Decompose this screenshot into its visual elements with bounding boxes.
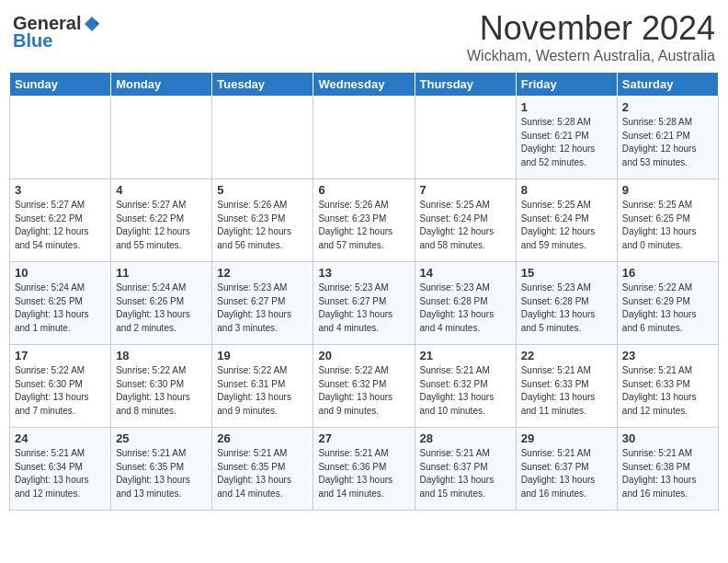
day-cell: 23Sunrise: 5:21 AM Sunset: 6:33 PM Dayli… [617, 345, 718, 428]
day-number: 7 [420, 183, 511, 197]
week-row-2: 3Sunrise: 5:27 AM Sunset: 6:22 PM Daylig… [10, 179, 719, 262]
day-cell [313, 97, 415, 179]
day-number: 30 [622, 431, 713, 445]
day-info: Sunrise: 5:23 AM Sunset: 6:28 PM Dayligh… [521, 282, 612, 335]
day-number: 5 [217, 183, 308, 197]
day-number: 20 [318, 349, 409, 362]
day-info: Sunrise: 5:26 AM Sunset: 6:23 PM Dayligh… [217, 199, 308, 252]
day-cell [111, 97, 212, 179]
day-info: Sunrise: 5:28 AM Sunset: 6:21 PM Dayligh… [622, 116, 713, 169]
day-cell: 4Sunrise: 5:27 AM Sunset: 6:22 PM Daylig… [111, 179, 212, 262]
day-info: Sunrise: 5:21 AM Sunset: 6:33 PM Dayligh… [521, 364, 612, 418]
day-cell: 25Sunrise: 5:21 AM Sunset: 6:35 PM Dayli… [111, 428, 212, 511]
day-info: Sunrise: 5:26 AM Sunset: 6:23 PM Dayligh… [318, 199, 409, 252]
day-cell [10, 97, 111, 179]
day-number: 10 [15, 266, 106, 280]
week-row-5: 24Sunrise: 5:21 AM Sunset: 6:34 PM Dayli… [10, 428, 719, 511]
logo-icon [83, 15, 101, 33]
day-info: Sunrise: 5:23 AM Sunset: 6:27 PM Dayligh… [318, 282, 409, 335]
day-cell: 16Sunrise: 5:22 AM Sunset: 6:29 PM Dayli… [617, 262, 718, 345]
day-info: Sunrise: 5:21 AM Sunset: 6:37 PM Dayligh… [420, 447, 511, 500]
col-header-saturday: Saturday [617, 73, 718, 97]
day-info: Sunrise: 5:22 AM Sunset: 6:30 PM Dayligh… [15, 364, 106, 418]
day-number: 18 [116, 349, 207, 362]
day-cell: 27Sunrise: 5:21 AM Sunset: 6:36 PM Dayli… [313, 428, 415, 511]
day-number: 21 [420, 349, 511, 362]
day-cell: 26Sunrise: 5:21 AM Sunset: 6:35 PM Dayli… [212, 428, 313, 511]
day-cell: 5Sunrise: 5:26 AM Sunset: 6:23 PM Daylig… [212, 179, 313, 262]
month-title: November 2024 [467, 9, 715, 48]
day-number: 22 [521, 349, 612, 362]
logo: General Blue [13, 13, 101, 52]
day-number: 3 [15, 183, 106, 197]
day-cell: 17Sunrise: 5:22 AM Sunset: 6:30 PM Dayli… [10, 345, 111, 428]
day-cell: 21Sunrise: 5:21 AM Sunset: 6:32 PM Dayli… [415, 345, 516, 428]
day-number: 28 [420, 431, 511, 445]
day-cell: 24Sunrise: 5:21 AM Sunset: 6:34 PM Dayli… [10, 428, 111, 511]
day-cell: 30Sunrise: 5:21 AM Sunset: 6:38 PM Dayli… [617, 428, 718, 511]
day-number: 11 [116, 266, 207, 280]
day-cell: 18Sunrise: 5:22 AM Sunset: 6:30 PM Dayli… [111, 345, 212, 428]
day-cell [212, 97, 313, 179]
day-cell: 11Sunrise: 5:24 AM Sunset: 6:26 PM Dayli… [111, 262, 212, 345]
col-header-friday: Friday [516, 73, 617, 97]
week-row-3: 10Sunrise: 5:24 AM Sunset: 6:25 PM Dayli… [10, 262, 719, 345]
day-info: Sunrise: 5:24 AM Sunset: 6:26 PM Dayligh… [116, 282, 207, 335]
day-info: Sunrise: 5:21 AM Sunset: 6:36 PM Dayligh… [318, 447, 409, 500]
day-cell: 14Sunrise: 5:23 AM Sunset: 6:28 PM Dayli… [415, 262, 516, 345]
day-info: Sunrise: 5:27 AM Sunset: 6:22 PM Dayligh… [116, 199, 207, 252]
day-cell: 28Sunrise: 5:21 AM Sunset: 6:37 PM Dayli… [415, 428, 516, 511]
col-header-monday: Monday [111, 73, 212, 97]
day-cell: 8Sunrise: 5:25 AM Sunset: 6:24 PM Daylig… [516, 179, 617, 262]
day-number: 2 [622, 100, 713, 114]
day-number: 1 [521, 100, 612, 114]
col-header-sunday: Sunday [10, 73, 111, 97]
day-info: Sunrise: 5:25 AM Sunset: 6:25 PM Dayligh… [622, 199, 713, 252]
day-cell: 19Sunrise: 5:22 AM Sunset: 6:31 PM Dayli… [212, 345, 313, 428]
day-info: Sunrise: 5:23 AM Sunset: 6:27 PM Dayligh… [217, 282, 308, 335]
calendar-header-row: SundayMondayTuesdayWednesdayThursdayFrid… [10, 73, 719, 97]
day-number: 24 [15, 431, 106, 445]
day-info: Sunrise: 5:21 AM Sunset: 6:35 PM Dayligh… [217, 447, 308, 500]
day-cell: 13Sunrise: 5:23 AM Sunset: 6:27 PM Dayli… [313, 262, 415, 345]
day-cell: 12Sunrise: 5:23 AM Sunset: 6:27 PM Dayli… [212, 262, 313, 345]
logo-blue-text: Blue [13, 30, 52, 52]
day-info: Sunrise: 5:24 AM Sunset: 6:25 PM Dayligh… [15, 282, 106, 335]
day-number: 15 [521, 266, 612, 280]
week-row-4: 17Sunrise: 5:22 AM Sunset: 6:30 PM Dayli… [10, 345, 719, 428]
day-number: 26 [217, 431, 308, 445]
day-cell: 3Sunrise: 5:27 AM Sunset: 6:22 PM Daylig… [10, 179, 111, 262]
day-info: Sunrise: 5:21 AM Sunset: 6:37 PM Dayligh… [521, 447, 612, 500]
day-number: 23 [622, 349, 713, 362]
title-block: November 2024 Wickham, Western Australia… [467, 9, 715, 64]
calendar-table: SundayMondayTuesdayWednesdayThursdayFrid… [9, 72, 719, 511]
day-info: Sunrise: 5:21 AM Sunset: 6:34 PM Dayligh… [15, 447, 106, 500]
day-info: Sunrise: 5:22 AM Sunset: 6:31 PM Dayligh… [217, 364, 308, 418]
day-info: Sunrise: 5:22 AM Sunset: 6:32 PM Dayligh… [318, 364, 409, 418]
day-info: Sunrise: 5:22 AM Sunset: 6:29 PM Dayligh… [622, 282, 713, 335]
day-number: 25 [116, 431, 207, 445]
day-info: Sunrise: 5:21 AM Sunset: 6:35 PM Dayligh… [116, 447, 207, 500]
day-cell: 10Sunrise: 5:24 AM Sunset: 6:25 PM Dayli… [10, 262, 111, 345]
day-info: Sunrise: 5:28 AM Sunset: 6:21 PM Dayligh… [521, 116, 612, 169]
day-cell: 1Sunrise: 5:28 AM Sunset: 6:21 PM Daylig… [516, 97, 617, 179]
day-number: 27 [318, 431, 409, 445]
day-number: 17 [15, 349, 106, 362]
day-cell: 2Sunrise: 5:28 AM Sunset: 6:21 PM Daylig… [617, 97, 718, 179]
week-row-1: 1Sunrise: 5:28 AM Sunset: 6:21 PM Daylig… [10, 97, 719, 179]
day-info: Sunrise: 5:21 AM Sunset: 6:38 PM Dayligh… [622, 447, 713, 500]
day-number: 29 [521, 431, 612, 445]
day-cell: 29Sunrise: 5:21 AM Sunset: 6:37 PM Dayli… [516, 428, 617, 511]
day-cell [415, 97, 516, 179]
day-cell: 15Sunrise: 5:23 AM Sunset: 6:28 PM Dayli… [516, 262, 617, 345]
day-info: Sunrise: 5:27 AM Sunset: 6:22 PM Dayligh… [15, 199, 106, 252]
day-cell: 20Sunrise: 5:22 AM Sunset: 6:32 PM Dayli… [313, 345, 415, 428]
day-number: 19 [217, 349, 308, 362]
day-cell: 6Sunrise: 5:26 AM Sunset: 6:23 PM Daylig… [313, 179, 415, 262]
day-info: Sunrise: 5:21 AM Sunset: 6:33 PM Dayligh… [622, 364, 713, 418]
day-number: 8 [521, 183, 612, 197]
day-info: Sunrise: 5:25 AM Sunset: 6:24 PM Dayligh… [420, 199, 511, 252]
day-info: Sunrise: 5:23 AM Sunset: 6:28 PM Dayligh… [420, 282, 511, 335]
day-info: Sunrise: 5:22 AM Sunset: 6:30 PM Dayligh… [116, 364, 207, 418]
col-header-wednesday: Wednesday [313, 73, 415, 97]
